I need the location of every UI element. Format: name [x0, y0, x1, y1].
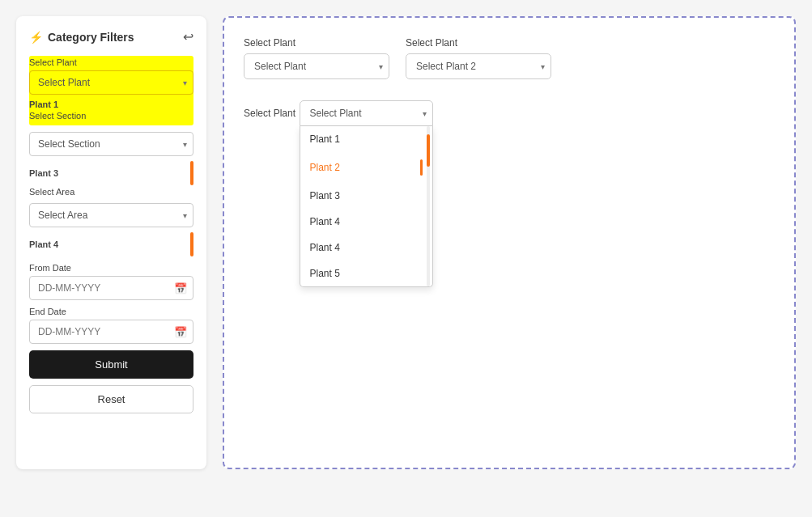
main-dropdown3-select[interactable]: Select Plant — [300, 100, 433, 126]
from-date-input[interactable] — [29, 276, 193, 300]
dropdown-item-plant5[interactable]: Plant 5 — [300, 261, 432, 286]
select-plant-wrapper: Select Plant ▾ — [29, 70, 193, 95]
main-dropdown1-select[interactable]: Select Plant — [244, 53, 389, 79]
main-dropdown3-trigger[interactable]: Select Plant ▾ — [300, 100, 433, 126]
dropdown-scrollbar-track — [427, 126, 430, 286]
main-dropdown1-group: Select Plant Select Plant ▾ — [244, 37, 389, 79]
sidebar: ⚡ Category Filters ↩ Select Plant Select… — [16, 16, 206, 469]
end-date-wrapper: 📅 — [29, 320, 193, 344]
end-date-section: End Date 📅 — [29, 307, 193, 344]
dropdown-item-plant4b-text: Plant 4 — [310, 242, 340, 253]
plant3-bar — [190, 161, 193, 185]
dropdown-item-plant1[interactable]: Plant 1 — [300, 126, 432, 152]
plant2-item-bar — [420, 159, 423, 176]
sidebar-header: ⚡ Category Filters ↩ — [29, 29, 193, 44]
main-dropdown3-container: Select Plant ▾ Plant 1 Plant 2 Plant 3 — [300, 100, 433, 126]
sidebar-title-text: Category Filters — [48, 31, 134, 44]
main-dropdown3-label: Select Plant — [244, 108, 295, 119]
dropdown-list-inner: Plant 1 Plant 2 Plant 3 Plant 4 Plant 4 — [300, 126, 432, 286]
main-dropdown1-label: Select Plant — [244, 37, 389, 49]
plant4-label: Plant 4 — [29, 239, 58, 249]
select-area-dropdown[interactable]: Select Area — [29, 203, 193, 227]
filter-icon: ⚡ — [29, 31, 43, 44]
dropdown-item-plant2[interactable]: Plant 2 — [300, 152, 432, 183]
dropdown-item-plant2-text: Plant 2 — [310, 162, 340, 173]
sidebar-title: ⚡ Category Filters — [29, 31, 134, 44]
select-area-section: Select Area ▾ Plant 4 — [29, 203, 193, 256]
select-area-label: Select Area — [29, 187, 193, 197]
from-date-section: From Date 📅 — [29, 263, 193, 300]
dropdown-item-plant1-text: Plant 1 — [310, 133, 340, 145]
collapse-icon[interactable]: ↩ — [183, 29, 193, 44]
dropdown-item-plant4b[interactable]: Plant 4 — [300, 235, 432, 261]
dropdown-item-plant4a-text: Plant 4 — [310, 216, 340, 227]
select-section-label: Select Section — [29, 111, 193, 121]
main-dropdown2-wrapper: Select Plant 2 ▾ — [406, 53, 551, 79]
from-date-label: From Date — [29, 263, 193, 273]
dropdown-item-plant4a[interactable]: Plant 4 — [300, 209, 432, 235]
plant3-row: Plant 3 — [29, 161, 193, 185]
reset-button[interactable]: Reset — [29, 385, 193, 413]
select-section-wrapper: Select Section ▾ — [29, 132, 193, 156]
main-dropdown2-group: Select Plant Select Plant 2 ▾ — [406, 37, 551, 79]
dropdown-item-plant5-text: Plant 5 — [310, 268, 340, 279]
select-plant-dropdown[interactable]: Select Plant — [29, 70, 193, 95]
select-area-wrapper: Select Area ▾ — [29, 203, 193, 227]
from-date-wrapper: 📅 — [29, 276, 193, 300]
dropdown-item-plant3[interactable]: Plant 3 — [300, 183, 432, 209]
plant1-row: Plant 1 — [29, 100, 193, 109]
main-dropdown3-group: Select Plant Select Plant ▾ Plant 1 Plan… — [244, 95, 775, 126]
top-dropdowns-row: Select Plant Select Plant ▾ Select Plant… — [244, 37, 775, 79]
submit-button[interactable]: Submit — [29, 350, 193, 379]
main-content: Select Plant Select Plant ▾ Select Plant… — [223, 16, 796, 469]
dropdown-item-plant3-text: Plant 3 — [310, 190, 340, 201]
select-section-dropdown[interactable]: Select Section — [29, 132, 193, 156]
main-dropdown1-wrapper: Select Plant ▾ — [244, 53, 389, 79]
main-dropdown2-select[interactable]: Select Plant 2 — [406, 53, 551, 79]
dropdown-scrollbar-thumb — [427, 134, 430, 167]
end-date-label: End Date — [29, 307, 193, 316]
plant4-row: Plant 4 — [29, 232, 193, 256]
select-plant-section: Select Plant Select Plant ▾ Plant 1 Sele… — [29, 56, 193, 125]
plant4-bar — [190, 232, 193, 256]
plant1-label: Plant 1 — [29, 100, 58, 109]
end-date-input[interactable] — [29, 320, 193, 344]
main-dropdown2-label: Select Plant — [406, 37, 551, 49]
select-section-section: Select Section ▾ Plant 3 Select Area — [29, 132, 193, 197]
select-plant-label: Select Plant — [29, 57, 193, 67]
plant3-label: Plant 3 — [29, 168, 58, 178]
main-dropdown3-list: Plant 1 Plant 2 Plant 3 Plant 4 Plant 4 — [300, 126, 433, 287]
